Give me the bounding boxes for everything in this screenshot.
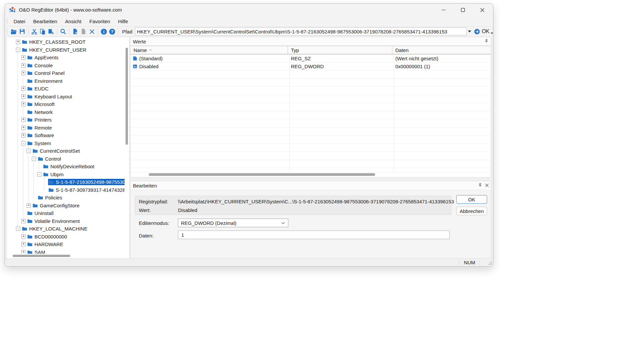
tree-expander[interactable]: + xyxy=(21,94,26,99)
tree-expander[interactable]: - xyxy=(21,141,26,145)
tree-expander[interactable]: - xyxy=(27,149,31,153)
daten-input[interactable]: 1 xyxy=(178,231,450,239)
folder-icon xyxy=(38,195,43,200)
tree-vscroll-thumb[interactable] xyxy=(126,48,128,145)
tree-item[interactable]: +Microsoft xyxy=(7,100,125,108)
tree-item[interactable]: -Control xyxy=(7,155,125,163)
tree-expander[interactable]: + xyxy=(21,102,26,106)
editiermodus-select[interactable]: REG_DWORD (Dezimal) xyxy=(178,219,288,227)
path-value[interactable]: HKEY_CURRENT_USER\System\CurrentControlS… xyxy=(135,29,447,34)
title-bar[interactable]: O&O RegEditor (64bit) - www.oo-software.… xyxy=(5,4,493,16)
menu-ansicht[interactable]: Ansicht xyxy=(61,17,85,26)
values-panel: Werte Name Typ Daten xyxy=(130,37,491,178)
tree-item[interactable]: +HKEY_CLASSES_ROOT xyxy=(7,38,125,46)
tree-item[interactable]: Policies xyxy=(7,194,125,202)
path-dropdown-icon[interactable] xyxy=(467,27,473,35)
tree-item[interactable]: -HKEY_CURRENT_USER xyxy=(7,46,125,54)
tree-expander[interactable]: + xyxy=(21,118,26,122)
tree-item[interactable]: +Software xyxy=(7,131,125,139)
save-icon[interactable] xyxy=(18,27,26,35)
tree-item[interactable]: -System xyxy=(7,139,125,147)
tree-item-selected[interactable]: S-1-5-87-2163052498-987553006 xyxy=(7,178,125,186)
menu-favoriten[interactable]: Favoriten xyxy=(85,17,114,26)
tree-horizontal-scrollbar[interactable] xyxy=(7,254,125,258)
tree-expander[interactable]: + xyxy=(21,126,26,130)
tree-expander[interactable]: + xyxy=(21,71,26,75)
ok-dropdown-icon[interactable] xyxy=(491,32,493,34)
tree-expander[interactable]: + xyxy=(21,63,26,68)
pin-icon[interactable] xyxy=(484,39,489,43)
tree-expander[interactable]: + xyxy=(21,234,26,239)
close-button[interactable] xyxy=(477,5,487,15)
close-panel-icon[interactable] xyxy=(485,183,489,187)
tree-expander[interactable]: - xyxy=(16,48,20,52)
tree-expander[interactable]: - xyxy=(16,227,20,231)
delete-icon[interactable] xyxy=(88,27,96,35)
tree-expander[interactable]: + xyxy=(21,86,26,91)
resize-grip-icon[interactable] xyxy=(488,261,492,265)
menu-hilfe[interactable]: Hilfe xyxy=(114,17,132,26)
tree-item[interactable]: +Console xyxy=(7,62,125,70)
menu-bearbeiten[interactable]: Bearbeiten xyxy=(29,17,61,26)
tree-hscroll-thumb[interactable] xyxy=(13,255,70,257)
tree-item[interactable]: -HKEY_LOCAL_MACHINE xyxy=(7,225,125,233)
path-input[interactable]: HKEY_CURRENT_USER\System\CurrentControlS… xyxy=(135,27,467,35)
tree-item[interactable]: +HARDWARE xyxy=(7,240,125,248)
value-row[interactable]: 01 Disabled REG_DWORD 0x00000001 (1) xyxy=(131,63,491,71)
tree-item[interactable]: NotifyDeviceReboot xyxy=(7,163,125,171)
tree-expander[interactable]: + xyxy=(27,203,31,208)
cut-icon[interactable] xyxy=(30,27,38,35)
value-row[interactable]: (Standard) REG_SZ (Wert nicht gesetzt) xyxy=(131,54,491,63)
pin-icon[interactable] xyxy=(478,183,482,187)
tree-item[interactable]: -Ubpm xyxy=(7,171,125,179)
paste-icon[interactable] xyxy=(47,27,55,35)
tree-expander[interactable]: + xyxy=(21,133,26,137)
tree-item[interactable]: S-1-5-87-309739317-414743281 xyxy=(7,186,125,194)
values-hscroll-thumb[interactable] xyxy=(149,173,375,176)
tree-item[interactable]: +Volatile Environment xyxy=(7,217,125,225)
tree-expander[interactable]: - xyxy=(37,172,41,177)
go-ok-button[interactable]: OK xyxy=(474,28,493,35)
value-daten: 0x00000001 (1) xyxy=(392,64,491,69)
open-folder-icon[interactable] xyxy=(10,27,18,35)
tree-expander xyxy=(21,110,26,114)
tree-item[interactable]: +GameConfigStore xyxy=(7,202,125,210)
tree-item[interactable]: +SAM xyxy=(7,248,125,254)
edit-panel-body: Registrypfad: \\Arbeitsplatz\HKEY_CURREN… xyxy=(131,190,491,259)
values-horizontal-scrollbar[interactable] xyxy=(131,172,491,177)
cancel-button[interactable]: Abbrechen xyxy=(456,207,487,215)
maximize-button[interactable] xyxy=(458,5,468,15)
menu-datei[interactable]: Datei xyxy=(10,17,29,26)
copy-icon[interactable] xyxy=(39,27,46,35)
tree-item[interactable]: +Keyboard Layout xyxy=(7,93,125,101)
search-icon[interactable] xyxy=(59,27,67,35)
tree-expander[interactable]: - xyxy=(32,157,36,161)
daten-value: 1 xyxy=(178,232,184,238)
minimize-button[interactable] xyxy=(439,5,449,15)
tree-expander[interactable]: + xyxy=(21,219,26,223)
new-document-icon[interactable] xyxy=(71,27,79,35)
tree-item[interactable]: +Control Panel xyxy=(7,69,125,77)
tree-expander[interactable]: + xyxy=(21,250,26,254)
tree-expander[interactable]: + xyxy=(21,242,26,246)
value-name: Disabled xyxy=(139,64,158,69)
tree-item[interactable]: -CurrentControlSet xyxy=(7,147,125,155)
tree-item[interactable]: Network xyxy=(7,108,125,116)
tree-item[interactable]: Environment xyxy=(7,77,125,85)
column-header-name[interactable]: Name xyxy=(131,46,288,54)
ok-button[interactable]: OK xyxy=(456,195,487,204)
column-header-typ[interactable]: Typ xyxy=(288,46,392,54)
tree-expander[interactable]: + xyxy=(16,40,20,44)
tree-vertical-scrollbar[interactable] xyxy=(125,37,129,250)
help-icon[interactable]: ? xyxy=(108,27,116,35)
info-icon[interactable] xyxy=(100,27,108,35)
column-header-daten[interactable]: Daten xyxy=(392,46,491,54)
edit-panel-header: Bearbeiten xyxy=(131,181,491,190)
tree-item[interactable]: +BCD00000000 xyxy=(7,233,125,241)
tree-item[interactable]: Uninstall xyxy=(7,209,125,217)
tree-item[interactable]: +AppEvents xyxy=(7,54,125,62)
tree-item[interactable]: +Printers xyxy=(7,116,125,124)
tree-item[interactable]: +Remote xyxy=(7,124,125,132)
tree-item[interactable]: +EUDC xyxy=(7,85,125,93)
tree-expander[interactable]: + xyxy=(21,55,26,60)
